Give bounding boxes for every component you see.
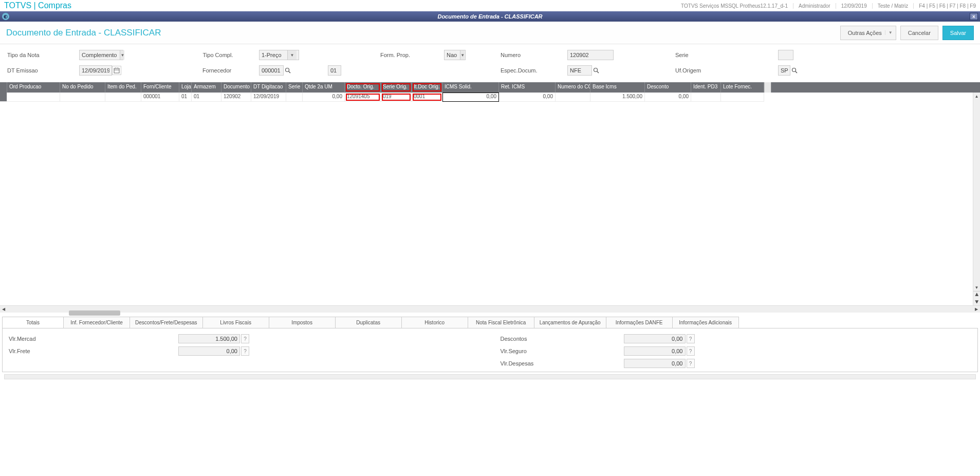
col-ident-pd3[interactable]: Ident. PD3	[691, 82, 721, 93]
cell-ord[interactable]	[7, 93, 60, 102]
cell-desconto[interactable]: 0,00	[645, 93, 691, 102]
cell-item[interactable]	[105, 93, 141, 102]
tab-nfe[interactable]: Nota Fiscal Eletrônica	[468, 317, 534, 328]
tab-adicionais[interactable]: Informações Adicionais	[672, 317, 739, 328]
dt-emissao-field[interactable]	[79, 65, 112, 76]
vlr-mercad-field[interactable]	[178, 334, 240, 343]
col-desconto[interactable]: Desconto	[645, 82, 691, 93]
col-numero-cq[interactable]: Numero do CQ	[556, 82, 590, 93]
col-loja[interactable]: Loja	[179, 82, 192, 93]
vlr-frete-field[interactable]	[178, 346, 240, 356]
serie-field[interactable]	[778, 50, 793, 60]
help-icon[interactable]: ?	[241, 346, 249, 356]
vlr-despesas-field[interactable]	[624, 359, 686, 368]
fornecedor-loja-field[interactable]	[328, 65, 341, 76]
col-it-doc-orig[interactable]: It.Doc Orig.	[412, 82, 442, 93]
scroll-right-icon[interactable]: ▶	[973, 307, 980, 312]
cell-dt[interactable]: 12/09/2019	[251, 93, 286, 102]
save-button[interactable]: Salvar	[942, 26, 974, 40]
svg-line-5	[289, 71, 290, 73]
close-icon[interactable]: ×	[970, 13, 978, 20]
tipo-compl-select[interactable]: 1-Preço ▼	[259, 50, 299, 60]
help-icon[interactable]: ?	[241, 334, 249, 343]
tab-descontos[interactable]: Descontos/Frete/Despesas	[130, 317, 203, 328]
vlr-seguro-field[interactable]	[624, 346, 686, 356]
col-forn-cliente[interactable]: Forn/Cliente	[141, 82, 179, 93]
cell-ser[interactable]	[286, 93, 303, 102]
vlr-seguro-label: Vlr.Seguro	[501, 348, 624, 354]
col-base-icms[interactable]: Base Icms	[590, 82, 645, 93]
outras-acoes-button[interactable]: Outras Ações ▼	[840, 26, 896, 40]
col-lote-fornec[interactable]: Lote Fornec.	[721, 82, 764, 93]
fornecedor-field[interactable]	[259, 65, 284, 76]
col-armazem[interactable]: Armazem	[192, 82, 221, 93]
tab-totais[interactable]: Totais	[2, 317, 64, 328]
hscroll-thumb[interactable]	[69, 310, 120, 316]
col-icms-solid[interactable]: ICMS Solid.	[442, 82, 499, 93]
cell-serie-orig[interactable]: 019	[381, 93, 412, 102]
scroll-track[interactable]	[973, 100, 980, 284]
uf-field[interactable]	[778, 65, 790, 76]
cell-cq[interactable]	[556, 93, 590, 102]
col-dt-digitacao[interactable]: DT Digitacao	[251, 82, 286, 93]
grid-config-icon[interactable]	[0, 82, 7, 93]
col-docto-orig[interactable]: Docto. Orig.	[345, 82, 381, 93]
scroll-up-icon[interactable]: ▲	[973, 93, 980, 100]
tab-impostos[interactable]: Impostos	[269, 317, 336, 328]
col-ord-producao[interactable]: Ord Producao	[7, 82, 60, 93]
tab-historico[interactable]: Historico	[401, 317, 468, 328]
cell-pd3[interactable]	[691, 93, 721, 102]
cell-icms-solid[interactable]: 0,00	[442, 93, 499, 102]
tab-livros[interactable]: Livros Fiscais	[202, 317, 269, 328]
tab-duplicatas[interactable]: Duplicatas	[335, 317, 402, 328]
cell-ret-icms[interactable]: 0,00	[499, 93, 556, 102]
help-icon[interactable]: ?	[687, 359, 695, 368]
cell-base-icms[interactable]: 1.500,00	[590, 93, 645, 102]
search-icon[interactable]	[790, 66, 799, 75]
cell-qtde[interactable]: 0,00	[303, 93, 345, 102]
svg-point-6	[594, 68, 598, 72]
help-icon[interactable]: ?	[687, 346, 695, 356]
scroll-jump-down-icon[interactable]: ⯆	[973, 298, 980, 305]
cell-doc[interactable]: 120902	[221, 93, 251, 102]
cell-forn[interactable]: 000001	[141, 93, 179, 102]
tab-inf-fornecedor[interactable]: Inf. Fornecedor/Cliente	[63, 317, 130, 328]
calendar-icon[interactable]	[112, 66, 121, 75]
col-no-pedido[interactable]: No do Pedido	[60, 82, 105, 93]
cell-ped[interactable]	[60, 93, 105, 102]
vlr-frete-label: Vlr.Frete	[9, 348, 178, 354]
search-icon[interactable]	[284, 66, 292, 75]
tab-content-totais: Vlr.Mercad ? Vlr.Frete ? Descontos ? Vl	[2, 328, 978, 372]
col-serie[interactable]: Serie	[286, 82, 303, 93]
cell-docto-orig[interactable]: 12091405	[345, 93, 381, 102]
tipo-nota-select[interactable]: Complemento ▼	[79, 50, 123, 60]
user-label: Administrador	[793, 3, 830, 9]
form-prop-select[interactable]: Nao ▼	[444, 50, 466, 60]
col-serie-orig[interactable]: Serie Orig.	[381, 82, 412, 93]
table-row[interactable]: 000001 01 01 120902 12/09/2019 0,00 1209…	[0, 93, 980, 102]
env-label: Teste / Matriz	[872, 3, 908, 9]
cancel-button[interactable]: Cancelar	[900, 26, 938, 40]
scroll-jump-up-icon[interactable]: ⯅	[973, 291, 980, 298]
col-ret-icms[interactable]: Ret. ICMS	[499, 82, 556, 93]
tab-danfe[interactable]: Informações DANFE	[606, 317, 673, 328]
scroll-left-icon[interactable]: ◀	[0, 307, 7, 312]
cell-it-doc-orig[interactable]: 0001	[412, 93, 442, 102]
cell-arm[interactable]: 01	[192, 93, 221, 102]
tipo-nota-label: Tipo da Nota	[7, 52, 79, 58]
descontos-field[interactable]	[624, 334, 686, 343]
col-item-ped[interactable]: Item do Ped.	[105, 82, 141, 93]
numero-field[interactable]	[567, 50, 614, 60]
espec-field[interactable]	[567, 65, 592, 76]
grid-vertical-scrollbar[interactable]: ▲ ▼ ⯅ ⯆	[973, 93, 980, 305]
search-icon[interactable]	[592, 66, 600, 75]
cell-lote[interactable]	[721, 93, 764, 102]
col-documento[interactable]: Documento	[221, 82, 251, 93]
page-horizontal-scrollbar[interactable]	[4, 374, 976, 379]
cell-loja[interactable]: 01	[179, 93, 192, 102]
help-icon[interactable]: ?	[687, 334, 695, 343]
grid-horizontal-scrollbar[interactable]: ◀ ▶	[0, 305, 980, 313]
tab-lancamentos[interactable]: Lançamentos de Apuração	[534, 317, 606, 328]
scroll-down-icon[interactable]: ▼	[973, 284, 980, 291]
col-qtde-2a[interactable]: Qtde 2a UM	[303, 82, 345, 93]
